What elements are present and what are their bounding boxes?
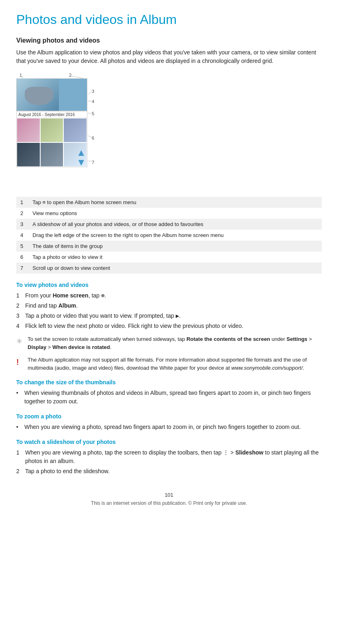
tip-icon: ✳ [16, 336, 24, 347]
view-steps-list: 1From your Home screen, tap ⊕.2Find and … [16, 291, 322, 330]
section-heading-viewing: Viewing photos and videos [16, 37, 322, 44]
list-item: 3Tap a photo or video that you want to v… [16, 312, 322, 320]
table-cell-text: Drag the left edge of the screen to the … [28, 230, 322, 241]
step-num: 1 [16, 291, 24, 300]
step-text: From your Home screen, tap ⊕. [25, 291, 322, 300]
footer: 101 This is an internet version of this … [16, 492, 322, 506]
note-text-1: The Album application may not support al… [28, 356, 322, 372]
step-num: 1 [16, 448, 24, 457]
svg-line-5 [88, 136, 92, 138]
step-text: When you are viewing a photo, tap the sc… [25, 448, 322, 465]
list-item: 4Flick left to view the next photo or vi… [16, 322, 322, 330]
step-num: 4 [16, 322, 24, 330]
table-cell-text: Tap ≡ to open the Album home screen menu [28, 197, 322, 208]
date-bar: August 2016 - September 2016 [17, 111, 87, 118]
diag-num-7: 7 [92, 160, 94, 165]
sub-heading-zoom: To zoom a photo [16, 413, 322, 420]
table-cell-num: 7 [16, 263, 28, 274]
table-cell-text: Tap a photo or video to view it [28, 252, 322, 263]
table-cell-text: Scroll up or down to view content [28, 263, 322, 274]
diagram-container: August 2016 - September 2016 ▲ ▼ 1 2 3 4… [16, 73, 114, 190]
step-num: 2 [16, 302, 24, 310]
diag-num-2: 2 [69, 73, 72, 78]
diag-num-5: 5 [92, 111, 94, 116]
diag-num-6: 6 [92, 136, 94, 140]
sub-heading-slideshow: To watch a slideshow of your photos [16, 439, 322, 445]
sub-heading-view: To view photos and videos [16, 282, 322, 288]
diag-num-3: 3 [92, 89, 94, 94]
bullet-icon: • [16, 389, 23, 397]
step-text: Tap a photo to end the slideshow. [25, 467, 322, 476]
table-cell-text: A slideshow of all your photos and video… [28, 219, 322, 230]
tip-block-1: ✳ To set the screen to rotate automatica… [16, 335, 322, 351]
table-cell-num: 3 [16, 219, 28, 230]
diag-num-1: 1 [20, 73, 22, 78]
table-cell-num: 1 [16, 197, 28, 208]
step-text: Find and tap Album. [25, 302, 322, 310]
table-cell-num: 6 [16, 252, 28, 263]
bullet-text: When you are viewing a photo, spread two… [24, 423, 322, 431]
table-cell-num: 5 [16, 241, 28, 252]
page-title: Photos and videos in Album [16, 12, 322, 27]
table-cell-text: View menu options [28, 208, 322, 219]
zoom-list: •When you are viewing a photo, spread tw… [16, 423, 322, 431]
list-item: 2Find and tap Album. [16, 302, 322, 310]
step-text: Tap a photo or video that you want to vi… [25, 312, 322, 320]
note-icon: ! [16, 356, 24, 368]
copyright-text: This is an internet version of this publ… [16, 500, 322, 506]
diag-num-4: 4 [92, 99, 94, 104]
info-table: 1Tap ≡ to open the Album home screen men… [16, 197, 322, 274]
slideshow-steps-list: 1When you are viewing a photo, tap the s… [16, 448, 322, 476]
intro-text: Use the Album application to view photos… [16, 48, 322, 65]
svg-line-2 [88, 91, 92, 95]
note-block-1: ! The Album application may not support … [16, 356, 322, 372]
step-num: 2 [16, 467, 24, 476]
table-cell-text: The date of items in the group [28, 241, 322, 252]
list-item: •When you are viewing a photo, spread tw… [16, 423, 322, 431]
thumbnails-list: •When viewing thumbnails of photos and v… [16, 389, 322, 406]
step-text: Flick left to view the next photo or vid… [25, 322, 322, 330]
step-num: 3 [16, 312, 24, 320]
scroll-arrows: ▲ ▼ [76, 148, 86, 167]
list-item: 1When you are viewing a photo, tap the s… [16, 448, 322, 465]
table-cell-num: 2 [16, 208, 28, 219]
table-cell-num: 4 [16, 230, 28, 241]
list-item: •When viewing thumbnails of photos and v… [16, 389, 322, 406]
list-item: 2Tap a photo to end the slideshow. [16, 467, 322, 476]
tip-text-1: To set the screen to rotate automaticall… [28, 335, 322, 351]
bullet-text: When viewing thumbnails of photos and vi… [24, 389, 322, 406]
sub-heading-thumbnails: To change the size of the thumbnails [16, 379, 322, 386]
bullet-icon: • [16, 423, 23, 431]
page-number: 101 [16, 492, 322, 498]
list-item: 1From your Home screen, tap ⊕. [16, 291, 322, 300]
